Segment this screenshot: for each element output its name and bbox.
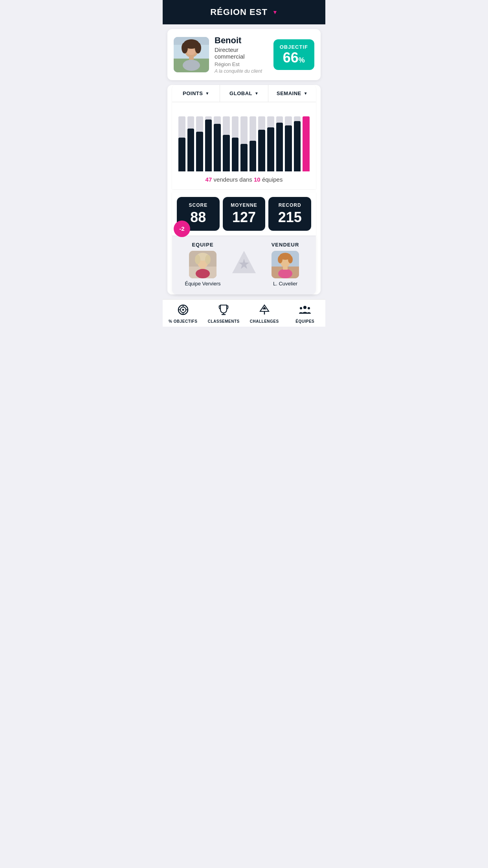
svg-point-41 [300, 307, 302, 309]
chart-subtitle: 47 vendeurs dans 10 équipes [177, 171, 311, 186]
nav-classements[interactable]: CLASSEMENTS [204, 300, 244, 327]
nav-challenges-label: CHALLENGES [250, 319, 279, 324]
teams-icon [299, 304, 311, 318]
best-vendeur-label: VENDEUR [261, 242, 310, 248]
chart-bar [178, 108, 185, 171]
bar [214, 124, 221, 171]
stat-moyenne-label: MOYENNE [226, 202, 262, 208]
profile-region: Région Est [215, 61, 268, 67]
header: RÉGION EST ▼ [163, 0, 325, 24]
filter-global-label: GLOBAL [229, 90, 252, 96]
objectif-value: 66% [280, 50, 308, 66]
nav-equipes[interactable]: ÉQUIPES [285, 300, 326, 327]
profile-role: Directeur commercial [215, 46, 268, 60]
chart-bar [187, 108, 194, 171]
chart-bar [232, 108, 239, 171]
best-vendeur-avatar [272, 251, 299, 278]
chart-bar [267, 108, 274, 171]
stat-record: RECORD 215 [268, 197, 311, 231]
best-vendeur-col: VENDEUR L. Cuvelier [261, 242, 310, 287]
filter-semaine-label: SEMAINE [277, 90, 301, 96]
profile-info: Benoit Directeur commercial Région Est A… [215, 35, 268, 74]
nav-objectifs-label: % OBJECTIFS [169, 319, 197, 324]
svg-point-9 [187, 49, 195, 55]
stat-moyenne-value: 127 [226, 210, 262, 225]
chart-bar [196, 108, 203, 171]
chart-bar [205, 108, 212, 171]
best-section: EQUIPE Équipe Verviers [172, 235, 316, 294]
bar [240, 144, 248, 171]
svg-point-42 [308, 307, 310, 309]
rank-badge: -2 [174, 221, 190, 237]
best-equipe-col: EQUIPE Équipe Verviers [178, 242, 227, 287]
main-card: POINTS ▼ GLOBAL ▼ SEMAINE ▼ 47 vendeurs … [167, 85, 321, 294]
svg-point-24 [278, 256, 283, 263]
bar [196, 132, 203, 171]
best-vendeur-name: L. Cuvelier [261, 281, 310, 287]
bar [303, 116, 310, 171]
best-equipe-name: Équipe Verviers [178, 281, 227, 287]
bar-chart [177, 108, 311, 171]
objectifs-icon [178, 304, 189, 318]
svg-point-40 [303, 306, 306, 309]
filter-row: POINTS ▼ GLOBAL ▼ SEMAINE ▼ [172, 85, 316, 102]
objectif-label: OBJECTIF [280, 44, 308, 50]
bar [294, 121, 301, 171]
stats-row: SCORE 88 MOYENNE 127 RECORD 215 -2 [172, 192, 316, 235]
bar [258, 130, 265, 171]
nav-objectifs[interactable]: % OBJECTIFS [163, 300, 204, 327]
chart-bar [214, 108, 221, 171]
svg-point-17 [196, 269, 210, 278]
best-equipe-avatar [189, 251, 216, 278]
bar [276, 123, 283, 171]
stat-record-value: 215 [272, 210, 308, 225]
chart-sellers-count: 47 [205, 176, 212, 183]
svg-point-30 [182, 309, 184, 311]
bar [187, 129, 194, 171]
chevron-down-icon: ▼ [205, 91, 209, 96]
chart-area: 47 vendeurs dans 10 équipes [172, 102, 316, 189]
best-equipe-label: EQUIPE [178, 242, 227, 248]
svg-point-26 [278, 269, 292, 278]
trophy-icon [218, 304, 229, 318]
stat-moyenne: MOYENNE 127 [223, 197, 266, 231]
filter-bar: POINTS ▼ GLOBAL ▼ SEMAINE ▼ [172, 85, 316, 102]
chart-bar [303, 108, 310, 171]
profile-name: Benoit [215, 35, 268, 46]
profile-motto: A la conquête du client [215, 68, 268, 74]
bar [285, 125, 292, 171]
bar [232, 138, 239, 171]
chart-bar [294, 108, 301, 171]
filter-semaine[interactable]: SEMAINE ▼ [268, 85, 316, 102]
objectif-badge: OBJECTIF 66% [273, 39, 314, 70]
chevron-down-icon: ▼ [304, 91, 308, 96]
filter-global[interactable]: GLOBAL ▼ [220, 85, 268, 102]
chart-bar [285, 108, 292, 171]
stat-record-label: RECORD [272, 202, 308, 208]
svg-rect-8 [189, 56, 194, 60]
chart-teams-count: 10 [254, 176, 261, 183]
chevron-down-icon: ▼ [255, 91, 259, 96]
bar [250, 141, 257, 171]
chart-bar [258, 108, 265, 171]
flag-icon [259, 304, 270, 318]
bottom-nav: % OBJECTIFS CLASSEMENTS CHALLENGES [163, 299, 325, 327]
chart-bar [250, 108, 257, 171]
chevron-down-icon[interactable]: ▼ [272, 9, 278, 15]
svg-point-5 [182, 42, 188, 53]
profile-card: Benoit Directeur commercial Région Est A… [167, 29, 321, 80]
bar [178, 138, 185, 171]
chart-bar [276, 108, 283, 171]
filter-points[interactable]: POINTS ▼ [172, 85, 220, 102]
nav-classements-label: CLASSEMENTS [208, 319, 240, 324]
bar [223, 135, 230, 171]
svg-point-25 [288, 256, 293, 263]
nav-challenges[interactable]: CHALLENGES [244, 300, 285, 327]
avatar [174, 37, 209, 72]
bar [267, 127, 274, 171]
chart-subtitle-post: équipes [262, 176, 283, 183]
filter-points-label: POINTS [183, 90, 203, 96]
bar [205, 120, 212, 171]
star-center [230, 248, 258, 281]
chart-bar [223, 108, 230, 171]
